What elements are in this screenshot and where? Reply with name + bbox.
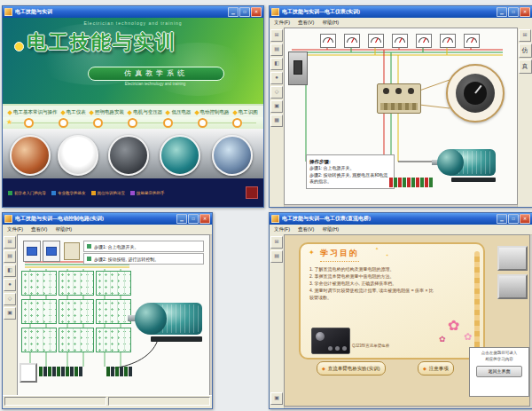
rotary-knob[interactable] — [464, 82, 487, 105]
panel-meter — [320, 34, 336, 48]
return-home-button[interactable]: 返回主界面 — [476, 366, 522, 377]
menu-item-basics[interactable]: 电工基本常识与操作 — [8, 109, 58, 115]
window-splash: 电工技能与实训 ▁ □ ✕ Electrician technology and… — [2, 5, 264, 208]
window-controls: ▁ □ ✕ — [497, 214, 530, 224]
menu-item-meters[interactable]: 电工仪表 — [61, 109, 86, 115]
thumb-meter-photo[interactable] — [58, 135, 98, 176]
timeline-dot[interactable] — [128, 118, 137, 128]
chip-icon — [51, 191, 56, 195]
minimize-button[interactable]: ▁ — [176, 214, 187, 224]
tool-doc-icon[interactable]: ▤ — [270, 43, 283, 56]
sim-mode-button[interactable]: 仿 — [519, 43, 532, 58]
close-button[interactable]: ✕ — [200, 214, 210, 224]
diamond-icon: ◆ — [423, 366, 426, 371]
thumb-contactor-photo[interactable] — [108, 135, 149, 176]
menu-item-motors[interactable]: 电机与变压器 — [128, 109, 162, 115]
tool-diamond-icon[interactable]: ◇ — [4, 293, 16, 305]
tool-half-icon[interactable]: ◧ — [270, 58, 283, 70]
tool-doc-icon[interactable]: ▤ — [270, 250, 283, 263]
coil-terminal — [383, 88, 389, 94]
tool-dot-icon[interactable]: ● — [4, 279, 16, 291]
menu-item-lowvolt[interactable]: 低压电器 — [166, 109, 191, 115]
chip-icon — [130, 191, 135, 195]
power-switch[interactable] — [288, 51, 308, 85]
close-button[interactable]: ✕ — [520, 7, 530, 17]
close-button[interactable]: ✕ — [251, 7, 262, 17]
maximize-button[interactable]: □ — [239, 7, 250, 17]
menu-bullet-icon — [60, 110, 66, 115]
tool-box-icon[interactable]: ▣ — [4, 307, 16, 320]
tool-half-icon[interactable]: ◧ — [4, 265, 16, 277]
tool-grid-icon[interactable]: ⊞ — [270, 236, 283, 249]
contactor-module — [59, 271, 94, 296]
menu-file[interactable]: 文件(F) — [274, 226, 290, 233]
fuse-box — [64, 242, 80, 260]
menu-item-reading[interactable]: 电工识图 — [233, 109, 258, 115]
tool-box-icon[interactable]: ▣ — [270, 392, 283, 405]
window-meter-sim: 电工技能与实训—电工仪表(实训) ▁ □ ✕ 文件(F) 查看(V) 帮助(H)… — [269, 5, 532, 208]
tagline-bar: 初学者入门的向导 专业教学的益友 岗位培训的法宝 技能鉴定的助手 — [3, 178, 263, 207]
titlebar[interactable]: 电工技能与实训 ▁ □ ✕ — [3, 6, 263, 18]
tool-grid-icon[interactable]: ⊞ — [4, 236, 16, 249]
timeline-dot[interactable] — [24, 118, 34, 128]
menu-bullet-icon — [7, 110, 12, 115]
panel-edge-decoration — [474, 251, 480, 351]
app-icon — [271, 215, 279, 223]
maximize-button[interactable]: □ — [508, 214, 519, 224]
tool-grid-icon[interactable]: ⊞ — [270, 29, 283, 42]
menu-item-control[interactable]: 电动控制电路 — [195, 109, 230, 115]
steps-title: 操作步骤: — [309, 158, 391, 165]
menu-view[interactable]: 查看(V) — [298, 20, 314, 26]
tool-diamond-icon[interactable]: ◇ — [270, 86, 283, 99]
menu-help[interactable]: 帮助(H) — [322, 226, 339, 233]
banner-english-sub: Electrician technology and training — [88, 82, 223, 86]
maximize-button[interactable]: □ — [188, 214, 199, 224]
titlebar[interactable]: 电工技能与实训—电动控制电路(实训) ▁ □ ✕ — [3, 213, 212, 225]
contactor-module — [59, 299, 94, 324]
left-toolbar: ⊞ ▤ ◧ ● ◇ ▣ ▦ — [270, 28, 285, 207]
terminal-strip — [106, 367, 132, 376]
menu-file[interactable]: 文件(F) — [274, 20, 290, 26]
experiment-button[interactable]: ◆ 直流单臂电桥实验(实训) — [317, 361, 386, 375]
menu-help[interactable]: 帮助(H) — [55, 226, 72, 233]
timeline-dot[interactable] — [163, 118, 173, 128]
minimize-button[interactable]: ▁ — [497, 214, 507, 224]
tool-dot-icon[interactable]: ● — [270, 72, 283, 84]
thumb-wires-photo[interactable] — [10, 135, 51, 176]
menu-bullet-icon — [194, 110, 200, 115]
motor-base — [151, 336, 202, 342]
maximize-button[interactable]: □ — [508, 7, 519, 17]
circuit-breaker[interactable] — [43, 241, 60, 262]
thumbnail-frame[interactable] — [497, 274, 528, 299]
minimize-button[interactable]: ▁ — [497, 7, 507, 17]
titlebar[interactable]: 电工技能与实训—电工仪表(实训) ▁ □ ✕ — [270, 6, 532, 18]
menu-view[interactable]: 查看(V) — [298, 226, 314, 233]
timeline-dot[interactable] — [59, 118, 68, 128]
circuit-breaker[interactable] — [23, 241, 41, 262]
minimize-button[interactable]: ▁ — [228, 7, 239, 17]
timeline-dot[interactable] — [232, 118, 242, 128]
tool-box-icon[interactable]: ▣ — [270, 100, 283, 113]
real-mode-button[interactable]: 真 — [519, 59, 532, 74]
tool-lines-icon[interactable]: ▦ — [270, 115, 283, 127]
tool-grid-icon[interactable]: ⊞ — [519, 29, 531, 42]
status-cell — [108, 397, 210, 406]
menu-help[interactable]: 帮助(H) — [322, 20, 339, 26]
photo-knob — [328, 346, 332, 351]
menu-file[interactable]: 文件(F) — [7, 226, 23, 233]
left-toolbar: ⊞ ▤ ◧ ● ◇ ▣ — [3, 234, 18, 398]
motor-base — [451, 178, 496, 182]
titlebar[interactable]: 电工技能与实训—电工仪表(直流电桥) ▁ □ ✕ — [270, 213, 532, 225]
timeline-dot[interactable] — [198, 118, 207, 128]
timeline-dot[interactable] — [93, 118, 103, 128]
thumb-motor-photo[interactable] — [160, 135, 200, 176]
photo-dial — [316, 332, 325, 341]
thumbnail-frame[interactable] — [497, 246, 528, 271]
menu-view[interactable]: 查看(V) — [31, 226, 47, 233]
flower-icon: ✿ — [464, 331, 472, 343]
close-button[interactable]: ✕ — [520, 214, 530, 224]
thumb-machines-photo[interactable] — [212, 135, 253, 176]
notes-button[interactable]: ◆ 注意事项 — [418, 361, 454, 375]
tool-doc-icon[interactable]: ▤ — [4, 250, 16, 263]
menu-item-lighting[interactable]: 照明电路安装 — [90, 109, 124, 115]
